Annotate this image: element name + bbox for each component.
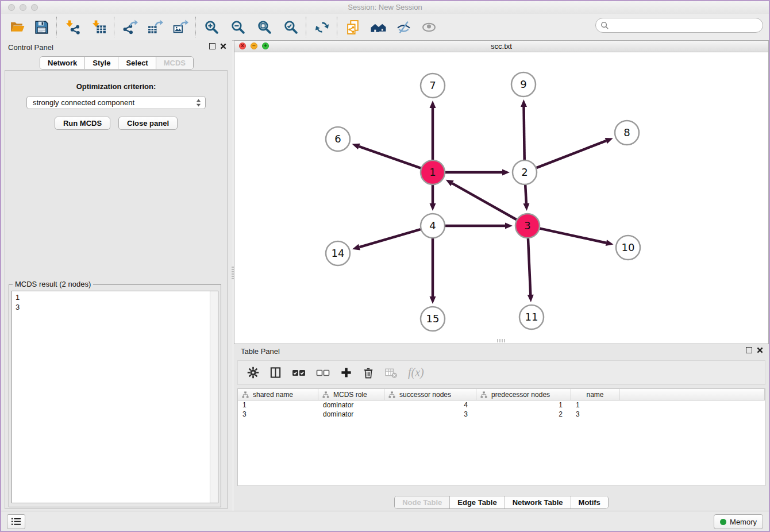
export-image-button[interactable] [171,17,190,37]
cell-name[interactable]: 1 [571,400,619,410]
zoom-in-icon [204,20,220,35]
graph-edge-1-4[interactable] [430,185,436,211]
close-panel-icon[interactable] [220,43,226,49]
search-field[interactable] [595,18,763,33]
cell-shared-name[interactable]: 1 [238,400,318,410]
export-network-button[interactable] [121,17,139,37]
graph-edge-2-9[interactable] [521,99,527,160]
houses-button[interactable] [369,17,387,37]
graph-edge-2-8[interactable] [537,138,613,168]
tab-network[interactable]: Network [40,57,84,69]
tab-edge-table[interactable]: Edge Table [449,496,504,508]
zoom-fit-button[interactable] [255,17,274,37]
tree-icon [480,391,487,398]
import-table-button[interactable] [90,17,108,37]
cell-mcds-role[interactable]: dominator [318,410,384,419]
graph-edge-1-6[interactable] [352,144,421,168]
float-panel-icon[interactable] [746,347,752,353]
cell-successor-nodes[interactable]: 4 [384,400,476,410]
zoom-out-button[interactable] [229,17,247,37]
import-network-button[interactable] [63,17,82,37]
tab-network-table[interactable]: Network Table [505,496,571,508]
copy-network-button[interactable] [344,17,362,37]
graph-node-11[interactable]: 11 [519,305,544,329]
graph-node-2[interactable]: 2 [513,160,537,184]
column-header-successor-nodes[interactable]: successor nodes [384,389,476,400]
graph-node-7[interactable]: 7 [421,74,445,98]
tab-motifs[interactable]: Motifs [571,496,608,508]
cell-successor-nodes[interactable]: 3 [384,410,476,419]
copy-network-icon [345,20,361,35]
cell-mcds-role[interactable]: dominator [318,400,384,410]
open-session-button[interactable] [8,17,26,37]
save-session-button[interactable] [32,17,51,37]
cell-predecessor-nodes[interactable]: 2 [476,410,571,419]
graph-node-4[interactable]: 4 [421,214,445,238]
graph-node-3[interactable]: 3 [515,214,540,238]
cell-name[interactable]: 3 [571,410,619,419]
run-mcds-button[interactable]: Run MCDS [55,117,110,130]
close-panel-button[interactable]: Close panel [118,117,178,130]
export-table-button[interactable] [146,17,164,37]
graph-edge-3-10[interactable] [540,229,613,246]
table-row[interactable]: 3dominator323 [238,410,765,419]
graph-node-14[interactable]: 14 [326,241,350,265]
horizontal-splitter[interactable] [497,339,506,342]
graph-node-6[interactable]: 6 [326,127,350,151]
close-panel-icon[interactable] [757,347,763,353]
column-header-shared-name[interactable]: shared name [238,389,318,400]
table-body: 1dominator4113dominator323 [238,400,765,419]
control-panel-header: Control Panel [1,40,232,54]
cell-predecessor-nodes[interactable]: 1 [476,400,571,410]
mcds-result-group: MCDS result (2 nodes) 1 3 [9,284,221,507]
network-canvas[interactable]: 7968124314101511 [234,52,768,344]
graph-node-15[interactable]: 15 [421,307,445,331]
graph-node-9[interactable]: 9 [511,72,536,97]
graph-edge-2-3[interactable] [523,185,529,211]
graph-edge-4-14[interactable] [352,229,421,250]
tree-icon [242,391,249,398]
table-row[interactable]: 1dominator411 [238,400,765,410]
cell-shared-name[interactable]: 3 [238,410,318,419]
task-history-button[interactable] [7,514,25,529]
table-header-row: shared nameMCDS rolesuccessor nodesprede… [238,389,765,400]
graph-edge-3-1[interactable] [446,180,517,219]
add-column-button[interactable] [340,367,352,379]
float-panel-icon[interactable] [209,43,215,49]
mcds-result-list[interactable]: 1 3 [12,291,210,503]
tab-mcds[interactable]: MCDS [156,57,193,69]
node-label: 7 [429,79,436,91]
tab-node-table[interactable]: Node Table [395,496,449,508]
result-scrollbar[interactable] [210,291,218,503]
column-header-mcds-role[interactable]: MCDS role [318,389,384,400]
graph-edge-1-2[interactable] [445,169,510,176]
graph-edge-1-7[interactable] [430,101,436,160]
optimization-criterion-value: strongly connected component [33,98,195,107]
optimization-criterion-select[interactable]: strongly connected component [26,96,206,109]
hide-details-button[interactable] [394,17,413,37]
column-header-name[interactable]: name [571,389,619,400]
graph-edge-3-11[interactable] [528,238,534,302]
graph-node-1[interactable]: 1 [421,160,445,184]
arrowhead-icon [605,138,613,144]
search-input[interactable] [609,19,763,32]
graph-node-10[interactable]: 10 [616,236,640,260]
show-columns-button[interactable] [270,367,282,379]
columns-icon [270,367,282,379]
graph-edge-4-15[interactable] [430,238,436,304]
refresh-button[interactable] [313,17,331,37]
zoom-selected-button[interactable] [282,17,300,37]
trash-icon [363,367,374,379]
graph-node-8[interactable]: 8 [615,121,639,145]
delete-column-button[interactable] [363,367,374,379]
memory-button[interactable]: Memory [714,514,763,529]
tab-style[interactable]: Style [84,57,118,69]
arrowhead-icon [505,223,513,229]
select-all-button[interactable] [292,369,306,377]
column-header-predecessor-nodes[interactable]: predecessor nodes [476,389,571,400]
table-settings-button[interactable] [247,367,259,379]
tab-select[interactable]: Select [118,57,155,69]
zoom-in-button[interactable] [202,17,221,37]
graph-edge-4-3[interactable] [445,223,513,229]
deselect-all-button[interactable] [316,369,330,377]
